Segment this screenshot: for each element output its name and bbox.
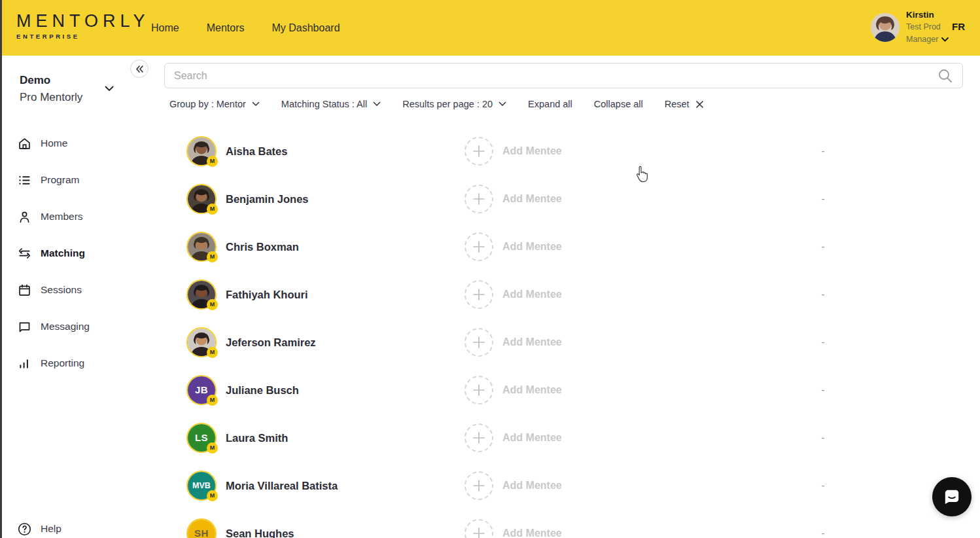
mentor-row: M Aisha Bates Add Mentee -: [157, 127, 980, 175]
matching-status-dropdown[interactable]: Matching Status : All: [281, 99, 381, 109]
sidebar-item-label: Program: [41, 174, 79, 186]
add-mentee-button[interactable]: [464, 137, 493, 166]
workspace-selector[interactable]: Demo Pro Mentorly: [20, 74, 137, 104]
mentor-row: M Fathiyah Khouri Add Mentee -: [157, 270, 980, 318]
mentor-name: Chris Boxman: [226, 240, 299, 253]
results-per-page-label: Results per page : 20: [402, 99, 493, 109]
match-count-placeholder: -: [818, 194, 828, 204]
mentor-avatar[interactable]: M: [186, 232, 217, 262]
nav-home[interactable]: Home: [151, 22, 179, 34]
match-count-placeholder: -: [818, 528, 828, 538]
add-mentee-label[interactable]: Add Mentee: [502, 289, 562, 300]
mentor-row: LS M Laura Smith Add Mentee -: [157, 414, 980, 461]
sidebar-item-label: Home: [41, 137, 67, 149]
mentor-name: Jeferson Ramirez: [226, 336, 316, 348]
sessions-icon: [18, 283, 31, 297]
chevron-down-icon: [941, 37, 949, 42]
reset-filters-button[interactable]: Reset: [665, 99, 703, 109]
mentor-avatar[interactable]: MVB M: [186, 471, 217, 501]
sidebar-item-help[interactable]: Help: [0, 520, 61, 538]
language-toggle[interactable]: FR: [952, 21, 965, 32]
add-mentee-label[interactable]: Add Mentee: [502, 432, 562, 444]
reporting-icon: [18, 357, 31, 370]
match-count-placeholder: -: [818, 242, 828, 252]
plus-icon: [472, 479, 485, 492]
top-navigation: Home Mentors My Dashboard: [151, 0, 340, 56]
mentor-name: Laura Smith: [226, 431, 288, 444]
sidebar-item-matching[interactable]: Matching: [0, 244, 157, 262]
mentor-badge-icon: M: [207, 156, 218, 167]
top-header: MENTORLY ENTERPRISE Home Mentors My Dash…: [0, 0, 980, 56]
add-mentee-button[interactable]: [464, 519, 493, 538]
mentor-row: M Benjamin Jones Add Mentee -: [157, 175, 980, 223]
user-avatar[interactable]: [871, 13, 900, 42]
add-mentee-button[interactable]: [464, 232, 493, 261]
match-count-placeholder: -: [818, 385, 828, 395]
logo-subtitle: ENTERPRISE: [16, 33, 150, 40]
add-mentee-button[interactable]: [464, 423, 493, 452]
mentor-avatar[interactable]: M: [186, 327, 217, 357]
mentor-name: Sean Hughes: [226, 527, 294, 538]
add-mentee-label[interactable]: Add Mentee: [502, 480, 562, 492]
main-content: Group by : Mentor Matching Status : All …: [157, 56, 980, 538]
add-mentee-button[interactable]: [464, 280, 493, 309]
plus-icon: [472, 145, 485, 158]
reset-label: Reset: [665, 99, 690, 109]
sidebar-item-label: Matching: [41, 247, 85, 259]
sidebar-item-label: Members: [41, 211, 83, 223]
mentor-name: Juliane Busch: [226, 384, 299, 396]
add-mentee-label[interactable]: Add Mentee: [502, 336, 562, 348]
matching-status-label: Matching Status : All: [281, 99, 367, 109]
mentor-badge-icon: M: [207, 347, 218, 358]
mentor-row: MVB M Moria Villareal Batista Add Mentee…: [157, 461, 980, 509]
chevron-down-icon: [105, 86, 114, 92]
mentor-row: JB M Juliane Busch Add Mentee -: [157, 366, 980, 414]
mentor-avatar-image: SH: [188, 520, 215, 538]
search-bar: [164, 63, 963, 88]
sidebar-item-home[interactable]: Home: [0, 134, 157, 152]
search-icon[interactable]: [937, 68, 953, 86]
sidebar-item-messaging[interactable]: Messaging: [0, 317, 157, 336]
mentor-row: M Chris Boxman Add Mentee -: [157, 223, 980, 270]
add-mentee-label[interactable]: Add Mentee: [502, 384, 562, 396]
add-mentee-button[interactable]: [464, 471, 493, 500]
add-mentee-label[interactable]: Add Mentee: [502, 241, 562, 253]
mentor-avatar[interactable]: M: [186, 136, 217, 166]
mentor-badge-icon: M: [207, 442, 218, 454]
mentor-avatar[interactable]: JB M: [186, 375, 217, 405]
add-mentee-label[interactable]: Add Mentee: [502, 193, 562, 205]
messaging-icon: [18, 320, 31, 334]
mentor-name: Fathiyah Khouri: [226, 288, 308, 300]
user-role-menu[interactable]: Manager: [906, 34, 949, 45]
nav-my-dashboard[interactable]: My Dashboard: [271, 22, 340, 34]
chat-launcher-button[interactable]: [932, 477, 971, 516]
plus-icon: [472, 384, 485, 397]
match-count-placeholder: -: [818, 146, 828, 156]
mentor-avatar[interactable]: LS M: [186, 423, 217, 453]
add-mentee-label[interactable]: Add Mentee: [502, 145, 562, 157]
add-mentee-label[interactable]: Add Mentee: [502, 528, 562, 538]
add-mentee-button[interactable]: [464, 185, 493, 213]
sidebar-item-program[interactable]: Program: [0, 171, 157, 189]
add-mentee-button[interactable]: [464, 376, 493, 404]
mentor-avatar[interactable]: SH M: [186, 518, 217, 538]
sidebar-item-sessions[interactable]: Sessions: [0, 281, 157, 299]
sidebar-item-label: Reporting: [41, 357, 84, 369]
sidebar-nav: HomeProgramMembersMatchingSessionsMessag…: [0, 134, 157, 372]
search-input[interactable]: [164, 63, 963, 88]
nav-mentors[interactable]: Mentors: [207, 22, 245, 34]
sidebar-item-reporting[interactable]: Reporting: [0, 354, 157, 372]
sidebar-collapse-button[interactable]: [130, 60, 149, 78]
results-per-page-dropdown[interactable]: Results per page : 20: [402, 99, 506, 109]
mentorly-logo[interactable]: MENTORLY ENTERPRISE: [16, 11, 150, 40]
collapse-all-button[interactable]: Collapse all: [594, 99, 643, 109]
avatar-initials: LS: [195, 432, 208, 443]
group-by-dropdown[interactable]: Group by : Mentor: [169, 99, 260, 109]
mentor-avatar[interactable]: M: [186, 279, 217, 310]
expand-all-button[interactable]: Expand all: [528, 99, 572, 109]
add-mentee-button[interactable]: [464, 328, 493, 357]
plus-icon: [472, 288, 485, 301]
sidebar-item-members[interactable]: Members: [0, 207, 157, 226]
mentor-avatar[interactable]: M: [186, 184, 217, 214]
filter-bar: Group by : Mentor Matching Status : All …: [169, 99, 703, 109]
